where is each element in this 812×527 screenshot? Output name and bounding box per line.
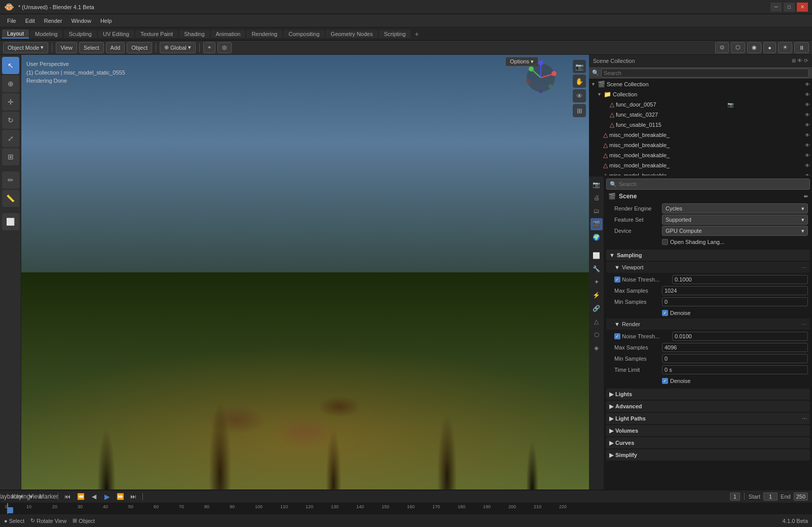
r-min-samples-value[interactable]: 0 <box>662 354 808 363</box>
outliner-item-misc5[interactable]: △ misc_model_breakable_ 👁 <box>589 170 812 175</box>
minimize-button[interactable]: ─ <box>770 3 782 12</box>
close-button[interactable]: ✕ <box>797 3 808 12</box>
misc4-eye[interactable]: 👁 <box>805 163 810 168</box>
pivot-dropdown[interactable]: ⊕ Global ▾ <box>160 42 196 53</box>
tab-geometry-nodes[interactable]: Geometry Nodes <box>325 30 378 38</box>
help-menu[interactable]: Help <box>96 17 116 25</box>
collection-eye[interactable]: 👁 <box>805 92 810 97</box>
prop-output-icon[interactable]: 🖨 <box>590 192 603 204</box>
curves-section-header[interactable]: ▶ Curves <box>606 437 810 448</box>
start-frame-marker[interactable] <box>7 507 13 513</box>
prop-scene-icon[interactable]: 🎬 <box>590 218 603 230</box>
tool-add-cube[interactable]: ⬜ <box>2 213 19 230</box>
viewport-shading-rendered[interactable]: ☀ <box>778 42 792 53</box>
tab-layout[interactable]: Layout <box>2 29 29 39</box>
object-mode-dropdown[interactable]: Object Mode ▾ <box>3 42 48 53</box>
misc3-eye[interactable]: 👁 <box>805 153 810 158</box>
prop-shader-icon[interactable]: ◈ <box>590 342 603 354</box>
prop-modifier-icon[interactable]: 🔧 <box>590 263 603 275</box>
viewport-subsection-header[interactable]: ▼ Viewport ⋯ <box>606 262 810 273</box>
func-door-eye[interactable]: 👁 <box>805 102 810 108</box>
misc2-eye[interactable]: 👁 <box>805 143 810 148</box>
prop-material-icon[interactable]: ⬡ <box>590 329 603 341</box>
maximize-button[interactable]: □ <box>784 3 795 12</box>
vp-max-samples-value[interactable]: 1024 <box>662 286 808 295</box>
render-dots-icon[interactable]: ⋯ <box>802 322 807 327</box>
r-time-limit-value[interactable]: 0 s <box>662 365 808 374</box>
add-workspace-button[interactable]: + <box>412 29 422 39</box>
properties-search-bar[interactable]: 🔍 <box>606 179 810 190</box>
prop-world-icon[interactable]: 🌍 <box>590 231 603 243</box>
tool-rotate[interactable]: ↻ <box>2 112 19 129</box>
light-paths-dots-icon[interactable]: ⋯ <box>802 416 807 421</box>
lights-section-header[interactable]: ▶ Lights <box>606 389 810 400</box>
file-menu[interactable]: File <box>3 17 20 25</box>
vp-eye-icon[interactable]: 👁 <box>573 89 586 102</box>
object-menu-btn[interactable]: Object <box>127 42 152 53</box>
proportional-edit[interactable]: ◎ <box>217 42 232 53</box>
device-dropdown[interactable]: GPU Compute ▾ <box>662 226 808 236</box>
tab-rendering[interactable]: Rendering <box>246 30 282 38</box>
tab-sculpting[interactable]: Sculpting <box>64 30 97 38</box>
outliner-item-misc4[interactable]: △ misc_model_breakable_ 👁 <box>589 160 812 170</box>
window-menu[interactable]: Window <box>67 17 95 25</box>
prop-object-icon[interactable]: ⬜ <box>590 250 603 262</box>
play-reverse-btn[interactable]: ◀ <box>89 491 99 502</box>
vp-noise-thresh-value[interactable]: 0.1000 <box>672 275 808 284</box>
viewport-shading-solid[interactable]: ◉ <box>747 42 761 53</box>
misc5-eye[interactable]: 👁 <box>805 173 810 176</box>
step-back-btn[interactable]: ⏪ <box>76 491 86 502</box>
pause-render[interactable]: ⏸ <box>794 42 809 53</box>
select-menu-btn[interactable]: Select <box>79 42 104 53</box>
volumes-section-header[interactable]: ▶ Volumes <box>606 425 810 436</box>
tool-scale[interactable]: ⤢ <box>2 130 19 147</box>
jump-to-start-btn[interactable]: ⏮ <box>62 491 72 502</box>
properties-search-input[interactable] <box>619 181 806 187</box>
outliner-item-func-static[interactable]: △ func_static_0327 👁 <box>589 110 812 120</box>
viewport[interactable]: User Perspective (1) Collection | misc_m… <box>21 55 589 489</box>
outliner-item-misc2[interactable]: △ misc_model_breakable_ 👁 <box>589 140 812 150</box>
tool-transform[interactable]: ⊞ <box>2 148 19 165</box>
tool-move[interactable]: ✛ <box>2 93 19 111</box>
open-shading-checkbox[interactable] <box>662 239 668 245</box>
outliner-item-misc3[interactable]: △ misc_model_breakable_ 👁 <box>589 150 812 160</box>
outliner-item-scene-collection[interactable]: ▼ 🎬 Scene Collection 👁 <box>589 79 812 89</box>
tab-uv-editing[interactable]: UV Editing <box>98 30 134 38</box>
r-denoise-checkbox[interactable]: ✓ <box>662 378 668 384</box>
marker-menu-btn[interactable]: Marker <box>44 491 54 502</box>
r-noise-thresh-value[interactable]: 0.0100 <box>672 332 808 341</box>
vp-min-samples-value[interactable]: 0 <box>662 297 808 306</box>
start-value[interactable]: 1 <box>763 493 778 501</box>
prop-object-data-icon[interactable]: △ <box>590 315 603 328</box>
feature-set-dropdown[interactable]: Supported ▾ <box>662 215 808 225</box>
viewport-shading-material[interactable]: ● <box>763 42 776 53</box>
xray-toggle[interactable]: ⬡ <box>731 42 745 53</box>
outliner-search-input[interactable] <box>601 68 809 78</box>
viewport-gizmo[interactable] <box>523 60 559 95</box>
advanced-section-header[interactable]: ▶ Advanced <box>606 401 810 412</box>
func-usable-eye[interactable]: 👁 <box>805 122 810 128</box>
add-menu-btn[interactable]: Add <box>106 42 125 53</box>
scene-collection-eye[interactable]: 👁 <box>805 82 810 87</box>
render-subsection-header[interactable]: ▼ Render ⋯ <box>606 319 810 330</box>
prop-constraints-icon[interactable]: 🔗 <box>590 302 603 314</box>
scene-edit-icon[interactable]: ✏ <box>804 194 808 199</box>
render-engine-dropdown[interactable]: Cycles ▾ <box>662 203 808 214</box>
vp-denoise-checkbox[interactable]: ✓ <box>662 310 668 316</box>
misc1-eye[interactable]: 👁 <box>805 132 810 138</box>
play-btn[interactable]: ▶ <box>102 491 112 502</box>
tab-scripting[interactable]: Scripting <box>379 30 411 38</box>
tool-measure[interactable]: 📏 <box>2 190 19 207</box>
step-forward-btn[interactable]: ⏩ <box>115 491 125 502</box>
r-max-samples-value[interactable]: 4096 <box>662 343 808 352</box>
func-static-eye[interactable]: 👁 <box>805 112 810 118</box>
prop-viewlayer-icon[interactable]: 🗂 <box>590 205 603 217</box>
view-menu-btn[interactable]: View <box>56 42 77 53</box>
prop-physics-icon[interactable]: ⚡ <box>590 289 603 301</box>
keying-menu-btn[interactable]: Keying▾ <box>17 491 27 502</box>
tab-animation[interactable]: Animation <box>211 30 246 38</box>
edit-menu[interactable]: Edit <box>21 17 39 25</box>
sampling-section-header[interactable]: ▼ Sampling <box>606 250 810 261</box>
viewport-dots-icon[interactable]: ⋯ <box>802 265 807 270</box>
outliner-item-func-usable[interactable]: △ func_usable_0115 👁 <box>589 120 812 130</box>
